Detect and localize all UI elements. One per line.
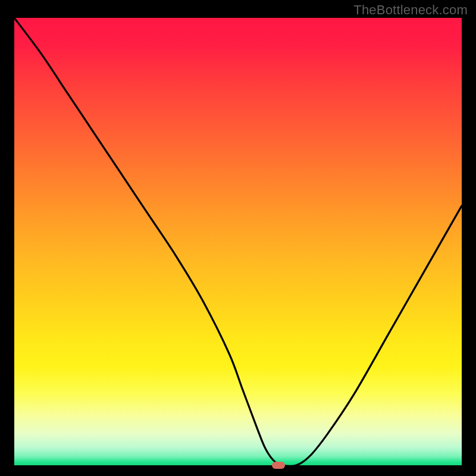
bottleneck-curve: [14, 18, 462, 465]
plot-area: [14, 18, 462, 465]
watermark-text: TheBottleneck.com: [353, 2, 468, 18]
chart-frame: TheBottleneck.com: [0, 0, 476, 476]
curve-path: [14, 18, 462, 466]
optimal-point-marker: [272, 462, 285, 469]
